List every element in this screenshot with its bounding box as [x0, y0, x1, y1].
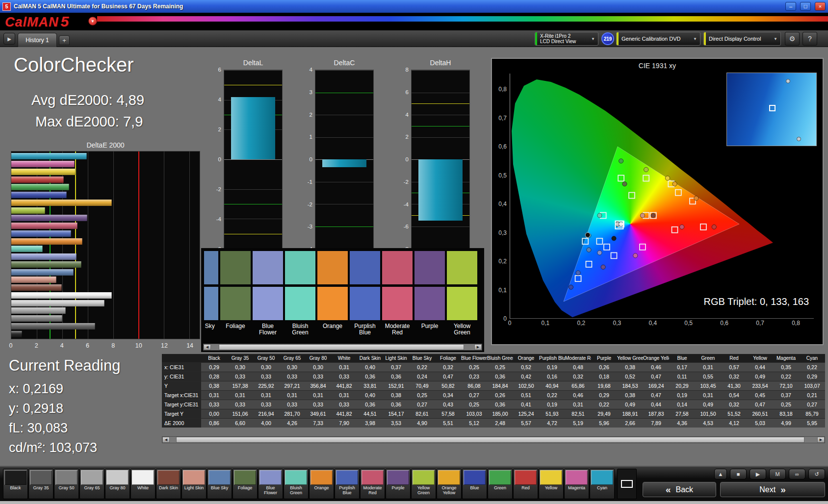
arrow-up-icon: ▲	[718, 471, 724, 477]
cell-orange: 0,42	[513, 372, 539, 381]
add-tab-button[interactable]: +	[59, 35, 70, 45]
back-button[interactable]: « Back	[643, 482, 716, 497]
patch-button-yellow[interactable]: Yellow	[539, 469, 564, 499]
patch-button-light-skin[interactable]: Light Skin	[181, 469, 207, 499]
cell-moderate-red: 0,46	[565, 391, 591, 400]
cell-white: 0,31	[331, 391, 357, 400]
patch-swatch	[438, 470, 460, 485]
next-button[interactable]: Next »	[720, 482, 825, 497]
column-header-blue: Blue	[669, 354, 695, 363]
minimize-button[interactable]: –	[785, 2, 796, 11]
loop-button[interactable]: ∞	[789, 469, 805, 479]
swatch-pair-blue-sky: Blue Sky	[204, 251, 218, 336]
swatch-pair-purple: Purple	[414, 251, 445, 336]
patch-label: Purplish Blue	[336, 486, 358, 496]
scrollbar-track[interactable]	[211, 344, 474, 350]
play-button[interactable]: ▶	[750, 469, 766, 479]
cell-moderate-red: 0,31	[565, 400, 591, 409]
deltae-bar-blue	[11, 192, 67, 198]
gridline	[224, 159, 282, 160]
help-button[interactable]: ?	[802, 32, 817, 46]
swatch-scrollbar[interactable]: ◀ ▶	[203, 344, 482, 351]
deltah-bar	[418, 159, 463, 221]
patch-button-dark-skin[interactable]: Dark Skin	[156, 469, 181, 499]
cell-black: 0,28	[201, 372, 227, 381]
mode-button[interactable]: M	[769, 469, 786, 479]
column-header-orange-yellow: Orange Yellow	[643, 354, 669, 363]
tab-history-1[interactable]: History 1	[18, 33, 57, 47]
patch-button-green[interactable]: Green	[488, 469, 513, 499]
patch-button-moderate-red[interactable]: Moderate Red	[360, 469, 385, 499]
cie-yaxis: 00,10,20,30,40,50,60,70,8	[492, 74, 509, 319]
cell-gray-65: 0,33	[279, 400, 305, 409]
pattern-window-button[interactable]	[617, 469, 637, 499]
close-button[interactable]: ×	[815, 2, 826, 11]
meter-dropdown[interactable]: X-Rite i1Pro 2 LCD Direct View ▼	[535, 32, 598, 46]
tab-nav-button[interactable]: ▶	[3, 33, 15, 45]
cell-blue: 0,17	[669, 363, 695, 372]
cell-blue-sky: 82,61	[409, 409, 435, 419]
logo-menu-button[interactable]: ▼	[88, 17, 97, 25]
loop-icon: ∞	[795, 471, 799, 477]
maximize-button[interactable]: □	[800, 2, 811, 11]
scrollbar-track[interactable]	[170, 437, 817, 443]
measured-point-purplish-blue	[576, 271, 580, 275]
patch-button-gray-35[interactable]: Gray 35	[28, 469, 53, 499]
scroll-up-button[interactable]: ▲	[714, 469, 727, 479]
stop-button[interactable]: ■	[730, 469, 747, 479]
patch-swatch	[55, 470, 78, 485]
gridline	[315, 115, 373, 115]
axis-tick-label: 1	[310, 134, 312, 140]
patch-button-orange-yellow[interactable]: Orange Yellow	[437, 469, 462, 499]
axis-tick-label: -6	[404, 224, 409, 229]
cell-cyan: 0,29	[799, 372, 825, 381]
scroll-right-icon[interactable]: ▶	[474, 344, 482, 350]
axis-tick-label: -2	[216, 186, 221, 192]
deltac-bar	[322, 159, 366, 167]
deltae-bar-moderate-red	[11, 223, 78, 229]
axis-tick-label: 2	[310, 112, 312, 118]
patch-button-foliage[interactable]: Foliage	[233, 469, 258, 499]
cell-gray-35: 0,33	[227, 400, 253, 409]
axis-tick-label: -2	[404, 179, 409, 185]
scroll-right-icon[interactable]: ▶	[817, 437, 825, 443]
cell-gray-65: 297,21	[279, 381, 305, 391]
repeat-button[interactable]: ↺	[808, 469, 825, 479]
deltae-bar-yellow-green	[11, 207, 45, 214]
patch-button-black[interactable]: Black	[3, 469, 28, 499]
patch-button-blue-flower[interactable]: Blue Flower	[258, 469, 283, 499]
patch-button-blue[interactable]: Blue	[462, 469, 487, 499]
patch-button-blue-sky[interactable]: Blue Sky	[207, 469, 232, 499]
scroll-left-icon[interactable]: ◀	[204, 344, 211, 350]
patch-button-bluish-green[interactable]: Bluish Green	[284, 469, 309, 499]
axis-tick-label: 6	[406, 89, 409, 95]
patch-button-orange[interactable]: Orange	[309, 469, 334, 499]
patch-button-purplish-blue[interactable]: Purplish Blue	[335, 469, 360, 499]
cell-blue-flower: 0,27	[461, 391, 487, 400]
patch-button-yellow-green[interactable]: Yellow Green	[411, 469, 436, 499]
axis-tick-label: 0,6	[498, 143, 507, 150]
patch-button-purple[interactable]: Purple	[386, 469, 411, 499]
row-label: y: CIE31	[162, 372, 201, 381]
scrollbar-thumb[interactable]	[176, 437, 804, 443]
scrollbar-thumb[interactable]	[219, 344, 464, 350]
axis-tick-label: 4	[406, 112, 409, 118]
patch-button-red[interactable]: Red	[513, 469, 538, 499]
patch-button-gray-80[interactable]: Gray 80	[105, 469, 130, 499]
bar-row	[11, 222, 200, 230]
source-dropdown[interactable]: Generic Calibration DVD ▼	[616, 32, 700, 46]
scroll-left-icon[interactable]: ◀	[162, 437, 170, 443]
patch-button-cyan[interactable]: Cyan	[590, 469, 615, 499]
measured-swatch	[382, 287, 413, 320]
patch-label: Orange Yellow	[438, 486, 460, 496]
axis-tick-label: 2	[218, 126, 221, 132]
patch-button-gray-65[interactable]: Gray 65	[79, 469, 104, 499]
patch-button-magenta[interactable]: Magenta	[564, 469, 589, 499]
table-scrollbar[interactable]: ◀ ▶	[162, 436, 825, 443]
patch-button-white[interactable]: White	[130, 469, 155, 499]
cell-green: 0,31	[695, 363, 721, 372]
patch-button-gray-50[interactable]: Gray 50	[54, 469, 79, 499]
display-control-dropdown[interactable]: Direct Display Control ▼	[703, 32, 781, 46]
settings-button[interactable]: ⚙	[785, 32, 800, 46]
cell-black: 0,38	[201, 381, 227, 391]
